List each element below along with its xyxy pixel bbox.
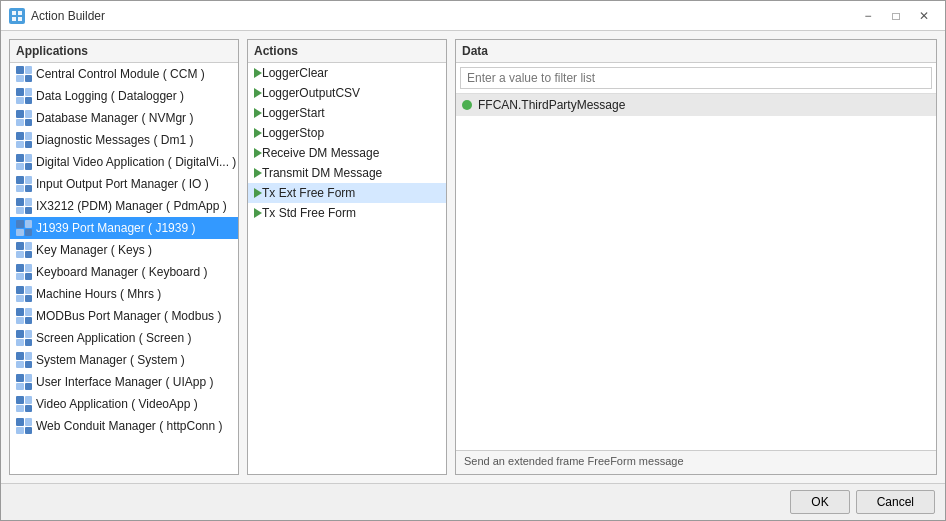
data-label: FFCAN.ThirdPartyMessage [478,98,625,112]
action-label: LoggerStop [262,126,324,140]
action-label: LoggerOutputCSV [262,86,360,100]
application-item[interactable]: Machine Hours ( Mhrs ) [10,283,238,305]
app-icon [16,330,32,346]
ok-button[interactable]: OK [790,490,849,514]
action-item[interactable]: LoggerStart [248,103,446,123]
app-label: Web Conduit Manager ( httpConn ) [36,419,223,433]
app-icon [16,418,32,434]
application-item[interactable]: Input Output Port Manager ( IO ) [10,173,238,195]
application-item[interactable]: Key Manager ( Keys ) [10,239,238,261]
svg-rect-3 [18,17,22,21]
app-icon [16,374,32,390]
application-item[interactable]: Digital Video Application ( DigitalVi...… [10,151,238,173]
action-label: Tx Ext Free Form [262,186,355,200]
action-item[interactable]: Transmit DM Message [248,163,446,183]
app-icon [16,264,32,280]
svg-rect-0 [12,11,16,15]
action-label: Transmit DM Message [262,166,382,180]
app-label: Screen Application ( Screen ) [36,331,191,345]
app-icon [16,242,32,258]
app-label: IX3212 (PDM) Manager ( PdmApp ) [36,199,227,213]
window-controls: − □ ✕ [855,6,937,26]
app-icon [16,154,32,170]
action-arrow-icon [254,168,262,178]
data-status: Send an extended frame FreeForm message [456,450,936,474]
data-list[interactable]: FFCAN.ThirdPartyMessage [456,94,936,450]
action-item[interactable]: Tx Std Free Form [248,203,446,223]
app-label: Diagnostic Messages ( Dm1 ) [36,133,193,147]
application-item[interactable]: Data Logging ( Datalogger ) [10,85,238,107]
svg-rect-1 [18,11,22,15]
data-header: Data [456,40,936,63]
minimize-button[interactable]: − [855,6,881,26]
action-item[interactable]: Receive DM Message [248,143,446,163]
data-panel: Data FFCAN.ThirdPartyMessage Send an ext… [455,39,937,475]
app-label: Central Control Module ( CCM ) [36,67,205,81]
app-label: Video Application ( VideoApp ) [36,397,198,411]
action-arrow-icon [254,188,262,198]
active-dot [462,100,472,110]
actions-list[interactable]: LoggerClear LoggerOutputCSV LoggerStart … [248,63,446,474]
data-filter-container [456,63,936,94]
action-arrow-icon [254,88,262,98]
window-icon [9,8,25,24]
app-label: Keyboard Manager ( Keyboard ) [36,265,207,279]
action-item[interactable]: Tx Ext Free Form [248,183,446,203]
application-item[interactable]: Database Manager ( NVMgr ) [10,107,238,129]
app-label: Machine Hours ( Mhrs ) [36,287,161,301]
close-button[interactable]: ✕ [911,6,937,26]
applications-panel: Applications Central Control Module ( CC… [9,39,239,475]
app-label: MODBus Port Manager ( Modbus ) [36,309,221,323]
app-icon [16,176,32,192]
applications-header: Applications [10,40,238,63]
action-builder-window: Action Builder − □ ✕ Applications Centra… [0,0,946,521]
main-content: Applications Central Control Module ( CC… [1,31,945,483]
action-label: Tx Std Free Form [262,206,356,220]
app-label: User Interface Manager ( UIApp ) [36,375,213,389]
app-label: Key Manager ( Keys ) [36,243,152,257]
app-label: J1939 Port Manager ( J1939 ) [36,221,195,235]
svg-rect-2 [12,17,16,21]
app-icon [16,308,32,324]
application-item[interactable]: Web Conduit Manager ( httpConn ) [10,415,238,437]
actions-header: Actions [248,40,446,63]
action-arrow-icon [254,208,262,218]
application-item[interactable]: Keyboard Manager ( Keyboard ) [10,261,238,283]
cancel-button[interactable]: Cancel [856,490,935,514]
applications-list[interactable]: Central Control Module ( CCM ) Data Logg… [10,63,238,474]
data-filter-input[interactable] [460,67,932,89]
application-item[interactable]: J1939 Port Manager ( J1939 ) [10,217,238,239]
app-label: Input Output Port Manager ( IO ) [36,177,209,191]
action-item[interactable]: LoggerClear [248,63,446,83]
app-icon [16,88,32,104]
footer: OK Cancel [1,483,945,520]
title-bar: Action Builder − □ ✕ [1,1,945,31]
application-item[interactable]: System Manager ( System ) [10,349,238,371]
application-item[interactable]: MODBus Port Manager ( Modbus ) [10,305,238,327]
action-item[interactable]: LoggerOutputCSV [248,83,446,103]
app-icon [16,66,32,82]
application-item[interactable]: User Interface Manager ( UIApp ) [10,371,238,393]
app-icon [16,132,32,148]
app-icon [16,286,32,302]
app-label: System Manager ( System ) [36,353,185,367]
action-label: LoggerClear [262,66,328,80]
action-item[interactable]: LoggerStop [248,123,446,143]
app-label: Data Logging ( Datalogger ) [36,89,184,103]
actions-panel: Actions LoggerClear LoggerOutputCSV Logg… [247,39,447,475]
application-item[interactable]: Central Control Module ( CCM ) [10,63,238,85]
application-item[interactable]: Video Application ( VideoApp ) [10,393,238,415]
action-arrow-icon [254,128,262,138]
application-item[interactable]: IX3212 (PDM) Manager ( PdmApp ) [10,195,238,217]
application-item[interactable]: Diagnostic Messages ( Dm1 ) [10,129,238,151]
action-arrow-icon [254,108,262,118]
app-icon [16,396,32,412]
maximize-button[interactable]: □ [883,6,909,26]
action-label: LoggerStart [262,106,325,120]
app-label: Digital Video Application ( DigitalVi...… [36,155,236,169]
application-item[interactable]: Screen Application ( Screen ) [10,327,238,349]
app-icon [16,220,32,236]
data-item[interactable]: FFCAN.ThirdPartyMessage [456,94,936,116]
window-title: Action Builder [31,9,855,23]
app-icon [16,110,32,126]
